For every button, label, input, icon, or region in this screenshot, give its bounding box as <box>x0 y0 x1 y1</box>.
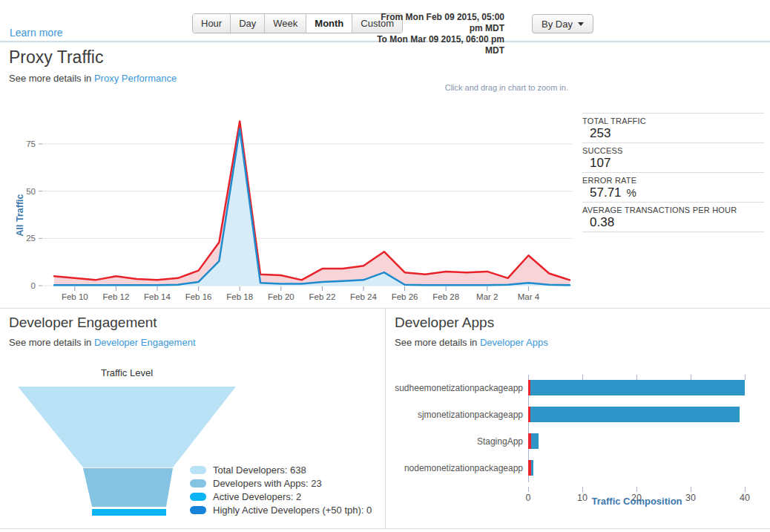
subtitle-text: See more details in <box>395 337 480 348</box>
learn-more-link[interactable]: Learn more <box>10 27 63 39</box>
svg-text:Feb 12: Feb 12 <box>102 292 129 301</box>
traffic-stats-panel: TOTAL TRAFFIC253SUCCESS107ERROR RATE57.7… <box>582 113 764 232</box>
bar-row: sudheemonetizationpackageapp <box>385 380 770 395</box>
developer-engagement-subtitle: See more details in Developer Engagement <box>9 337 196 348</box>
bottom-divider <box>0 528 770 529</box>
stat-value: 253 <box>582 125 764 141</box>
legend-label: Total Developers: 638 <box>213 464 306 476</box>
svg-text:Mar 4: Mar 4 <box>518 292 540 301</box>
proxy-performance-link[interactable]: Proxy Performance <box>94 73 177 84</box>
legend-item: Active Developers: 2 <box>190 491 372 502</box>
proxy-traffic-chart[interactable]: 0255075Feb 10Feb 12Feb 14Feb 16Feb 18Feb… <box>0 104 579 306</box>
date-range-display: From Mon Feb 09 2015, 05:00 pm MDT To Mo… <box>369 12 504 56</box>
stat-row: TOTAL TRAFFIC253 <box>582 113 764 142</box>
bar-track <box>528 433 539 449</box>
legend-item: Total Developers: 638 <box>190 464 372 475</box>
bar-segment <box>530 380 745 395</box>
svg-text:25: 25 <box>26 234 36 243</box>
proxy-traffic-subtitle: See more details in Proxy Performance <box>9 73 177 84</box>
stat-label: AVERAGE TRANSACTIONS PER HOUR <box>582 203 764 214</box>
y-axis-label: All Traffic <box>15 194 25 236</box>
legend-swatch-icon <box>190 493 206 501</box>
range-button-hour[interactable]: Hour <box>193 14 230 33</box>
proxy-traffic-title: Proxy Traffic <box>9 47 103 68</box>
stat-value: 107 <box>582 155 764 171</box>
svg-text:Feb 22: Feb 22 <box>309 292 335 301</box>
stat-row: AVERAGE TRANSACTIONS PER HOUR0.38 <box>582 202 764 232</box>
caret-down-icon <box>578 22 584 26</box>
bar-row: nodemonetizationpackageapp <box>385 460 770 476</box>
subtitle-text: See more details in <box>9 73 94 84</box>
stat-label: ERROR RATE <box>582 173 764 185</box>
developer-engagement-link[interactable]: Developer Engagement <box>94 337 196 348</box>
svg-text:Feb 14: Feb 14 <box>144 292 171 301</box>
svg-text:Feb 10: Feb 10 <box>62 292 88 301</box>
svg-text:Feb 20: Feb 20 <box>268 292 294 301</box>
range-button-day[interactable]: Day <box>230 14 264 33</box>
funnel-chart-title: Traffic Level <box>0 367 254 378</box>
legend-label: Active Developers: 2 <box>213 491 301 502</box>
svg-text:Feb 16: Feb 16 <box>185 292 212 301</box>
stat-value: 57.71% <box>582 185 764 200</box>
bar-category-label: sjmonetizationpackageapp <box>385 410 528 420</box>
bar-chart-top-ticks <box>385 375 770 380</box>
bar-category-label: nodemonetizationpackageapp <box>385 463 528 473</box>
developer-engagement-section: Developer Engagement See more details in… <box>0 308 385 528</box>
bar-row: sjmonetizationpackageapp <box>385 407 770 422</box>
funnel-segment-total-developers <box>18 387 236 467</box>
svg-text:Feb 26: Feb 26 <box>392 292 418 301</box>
developer-apps-title: Developer Apps <box>395 315 494 331</box>
svg-text:Feb 28: Feb 28 <box>432 292 459 301</box>
developer-engagement-title: Developer Engagement <box>9 315 157 331</box>
group-by-dropdown[interactable]: By Day <box>532 14 593 33</box>
stat-row: SUCCESS107 <box>582 142 764 172</box>
stat-label: SUCCESS <box>582 143 764 155</box>
legend-swatch-icon <box>190 479 206 487</box>
legend-item: Developers with Apps: 23 <box>190 478 372 488</box>
bar-track <box>528 460 533 476</box>
svg-text:Mar 2: Mar 2 <box>476 292 498 301</box>
date-from: From Mon Feb 09 2015, 05:00 pm MDT <box>369 12 504 34</box>
svg-text:0: 0 <box>31 281 36 290</box>
bar-category-label: StagingApp <box>385 436 528 447</box>
bar-track <box>528 407 740 422</box>
legend-item: Highly Active Developers (+50 tph): 0 <box>190 505 372 515</box>
date-to: To Mon Mar 09 2015, 06:00 pm MDT <box>369 34 504 56</box>
group-by-label: By Day <box>542 19 573 30</box>
range-button-week[interactable]: Week <box>264 14 306 33</box>
svg-text:50: 50 <box>26 187 36 196</box>
bar-track <box>528 380 745 395</box>
svg-text:75: 75 <box>26 139 36 148</box>
bar-row: StagingApp <box>385 433 770 449</box>
funnel-segment-developers-with-apps <box>83 468 173 507</box>
stat-label: TOTAL TRAFFIC <box>582 114 764 125</box>
developer-apps-link[interactable]: Developer Apps <box>480 337 548 348</box>
stat-row: ERROR RATE57.71% <box>582 172 764 202</box>
bar-category-label: sudheemonetizationpackageapp <box>385 383 528 393</box>
dashboard-page: Learn more HourDayWeekMonthCustom From M… <box>0 0 770 532</box>
stat-value: 0.38 <box>582 214 764 230</box>
legend-label: Developers with Apps: 23 <box>213 478 322 489</box>
legend-swatch-icon <box>190 506 206 514</box>
apps-bar-chart: sudheemonetizationpackageappsjmonetizati… <box>385 375 770 505</box>
svg-text:Feb 24: Feb 24 <box>350 292 377 301</box>
bar-segment <box>530 407 740 422</box>
developer-apps-section: Developer Apps See more details in Devel… <box>385 308 770 528</box>
bar-segment <box>531 460 533 476</box>
range-button-month[interactable]: Month <box>306 14 352 33</box>
bar-chart-x-ticks <box>385 487 770 493</box>
funnel-legend: Total Developers: 638Developers with App… <box>190 464 372 518</box>
svg-text:Feb 18: Feb 18 <box>226 292 253 301</box>
funnel-segment-active-developers <box>92 509 166 516</box>
bar-segment <box>531 433 539 449</box>
developer-apps-subtitle: See more details in Developer Apps <box>395 337 548 348</box>
legend-label: Highly Active Developers (+50 tph): 0 <box>213 505 372 516</box>
legend-swatch-icon <box>190 466 206 474</box>
subtitle-text: See more details in <box>9 337 94 348</box>
bar-chart-x-axis-label: Traffic Composition <box>528 496 746 507</box>
chart-zoom-hint: Click and drag in chart to zoom in. <box>371 83 568 92</box>
header-bar: Learn more HourDayWeekMonthCustom From M… <box>0 0 770 42</box>
